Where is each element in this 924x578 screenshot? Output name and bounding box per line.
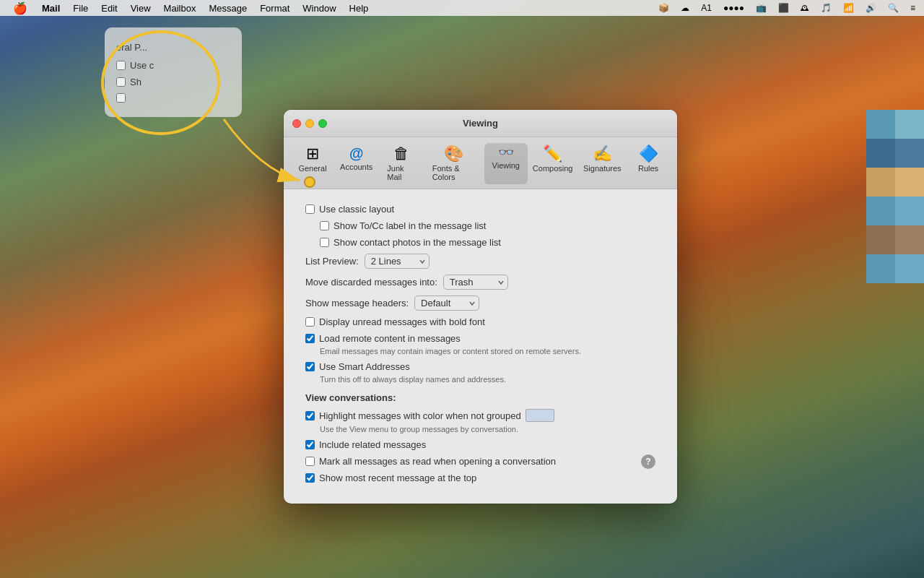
toolbar-accounts[interactable]: @ Accounts [334, 143, 378, 184]
apple-menu[interactable]: 🍎 [6, 0, 35, 16]
move-discarded-select[interactable]: Trash Archive [443, 275, 508, 290]
mark-read-label: Mark all messages as read when opening a… [319, 456, 556, 467]
show-contact-photos-checkbox[interactable] [320, 238, 329, 247]
traffic-lights [292, 119, 327, 128]
time-machine-icon[interactable]: 🕰 [798, 3, 812, 13]
zoom-arrow-target [304, 176, 315, 188]
menu-mailbox[interactable]: Mailbox [158, 0, 202, 16]
use-smart-addresses-row: Use Smart Addresses [305, 361, 655, 372]
show-tocc-label: Show To/Cc label in the message list [334, 220, 486, 231]
menubar: 🍎 Mail File Edit View Mailbox Message Fo… [0, 0, 924, 16]
dropbox-icon[interactable]: 📦 [655, 3, 672, 13]
load-remote-content-label: Load remote content in messages [319, 333, 461, 344]
mark-read-checkbox[interactable] [305, 457, 315, 466]
minimize-button[interactable] [305, 119, 314, 128]
dialog-titlebar: Viewing [284, 110, 677, 137]
signatures-label: Signatures [583, 164, 622, 173]
menu-view[interactable]: View [125, 0, 157, 16]
accounts-label: Accounts [340, 163, 372, 171]
help-button[interactable]: ? [641, 454, 655, 469]
toolbar-fonts[interactable]: 🎨 Fonts & Colors [424, 143, 484, 184]
general-icon: ⊞ [306, 146, 319, 162]
volume-icon[interactable]: 🔊 [863, 3, 879, 13]
bg-checkbox-1[interactable] [116, 61, 126, 70]
show-tocc-checkbox[interactable] [320, 221, 329, 230]
use-smart-addresses-checkbox[interactable] [305, 362, 315, 371]
wifi-icon[interactable]: 📶 [840, 3, 857, 13]
bg-checkbox-3[interactable] [116, 93, 126, 103]
dialog-content: Use classic layout Show To/Cc label in t… [284, 189, 677, 504]
load-remote-content-subtext: Email messages may contain images or con… [305, 347, 655, 355]
show-contact-photos-row: Show contact photos in the message list [305, 237, 655, 248]
bg-item-1: Use c [116, 60, 230, 71]
include-related-checkbox[interactable] [305, 440, 315, 449]
signal-icon[interactable]: ●●●● [720, 3, 747, 13]
signatures-icon: ✍️ [593, 146, 612, 162]
use-classic-layout-label: Use classic layout [319, 204, 394, 215]
menu-file[interactable]: File [67, 0, 94, 16]
use-classic-layout-checkbox[interactable] [305, 204, 315, 214]
search-icon[interactable]: 🔍 [885, 3, 902, 13]
list-preview-row: List Preview: None 1 Line 2 Lines 3 Line… [305, 254, 655, 269]
include-related-label: Include related messages [319, 439, 426, 450]
composing-label: Composing [533, 164, 573, 173]
menu-edit[interactable]: Edit [95, 0, 123, 16]
mark-read-row: Mark all messages as read when opening a… [305, 456, 655, 467]
viewing-icon: 👓 [498, 146, 514, 159]
list-preview-select[interactable]: None 1 Line 2 Lines 3 Lines 4 Lines 5 Li… [365, 254, 430, 269]
menu-mail[interactable]: Mail [36, 0, 66, 16]
bg-checkbox-2[interactable] [116, 77, 126, 87]
show-contact-photos-label: Show contact photos in the message list [334, 237, 501, 248]
display-unread-bold-label: Display unread messages with bold font [319, 316, 485, 327]
menu-format[interactable]: Format [254, 0, 295, 16]
use-smart-addresses-label: Use Smart Addresses [319, 361, 410, 372]
menu-help[interactable]: Help [344, 0, 375, 16]
highlight-color-row: Highlight messages with color when not g… [305, 409, 655, 422]
junk-label: Junk Mail [387, 164, 414, 181]
toolbar-signatures[interactable]: ✍️ Signatures [578, 143, 627, 184]
color-cell [895, 168, 924, 197]
menu-window[interactable]: Window [297, 0, 341, 16]
color-cell [895, 197, 924, 225]
toolbar-viewing[interactable]: 👓 Viewing [484, 143, 528, 184]
color-cell [895, 139, 924, 168]
composing-icon: ✏️ [543, 146, 562, 162]
bg-label-2: Sh [130, 77, 141, 87]
show-headers-label: Show message headers: [305, 298, 409, 309]
include-related-row: Include related messages [305, 439, 655, 450]
show-headers-row: Show message headers: Default All Custom [305, 296, 655, 311]
list-preview-label: List Preview: [305, 256, 359, 267]
toolbar-composing[interactable]: ✏️ Composing [528, 143, 578, 184]
highlight-color-checkbox[interactable] [305, 411, 315, 420]
accounts-icon: @ [349, 146, 364, 160]
show-recent-row: Show most recent message at the top [305, 473, 655, 483]
junk-icon: 🗑 [393, 146, 409, 162]
load-remote-content-row: Load remote content in messages [305, 333, 655, 344]
menu-message[interactable]: Message [203, 0, 253, 16]
close-button[interactable] [292, 119, 301, 128]
maximize-button[interactable] [318, 119, 327, 128]
screen-icon[interactable]: ⬛ [775, 3, 792, 13]
move-discarded-select-wrapper: Trash Archive [443, 275, 508, 290]
show-headers-select[interactable]: Default All Custom [414, 296, 479, 311]
show-recent-checkbox[interactable] [305, 473, 315, 483]
bg-item-3 [116, 93, 230, 103]
toolbar-junk[interactable]: 🗑 Junk Mail [378, 143, 423, 184]
viewing-preferences-dialog: Viewing ⊞ General @ Accounts 🗑 Junk Mail… [284, 110, 677, 504]
toolbar-rules[interactable]: 🔷 Rules [627, 143, 670, 184]
notification-icon[interactable]: ≡ [907, 3, 918, 13]
display-unread-bold-row: Display unread messages with bold font [305, 316, 655, 327]
load-remote-content-checkbox[interactable] [305, 334, 315, 343]
cloud-icon[interactable]: ☁ [678, 3, 692, 13]
color-cell [895, 254, 924, 283]
display-icon[interactable]: 📺 [753, 3, 770, 13]
audio-icon[interactable]: 🎵 [818, 3, 834, 13]
color-cell [866, 225, 895, 254]
move-discarded-label: Move discarded messages into: [305, 277, 437, 288]
font-icon[interactable]: A1 [698, 3, 715, 13]
menubar-right: 📦 ☁ A1 ●●●● 📺 ⬛ 🕰 🎵 📶 🔊 🔍 ≡ [655, 3, 918, 13]
display-unread-bold-checkbox[interactable] [305, 317, 315, 327]
highlight-color-swatch[interactable] [526, 409, 554, 422]
color-cell [866, 197, 895, 225]
dialog-title: Viewing [463, 118, 498, 129]
